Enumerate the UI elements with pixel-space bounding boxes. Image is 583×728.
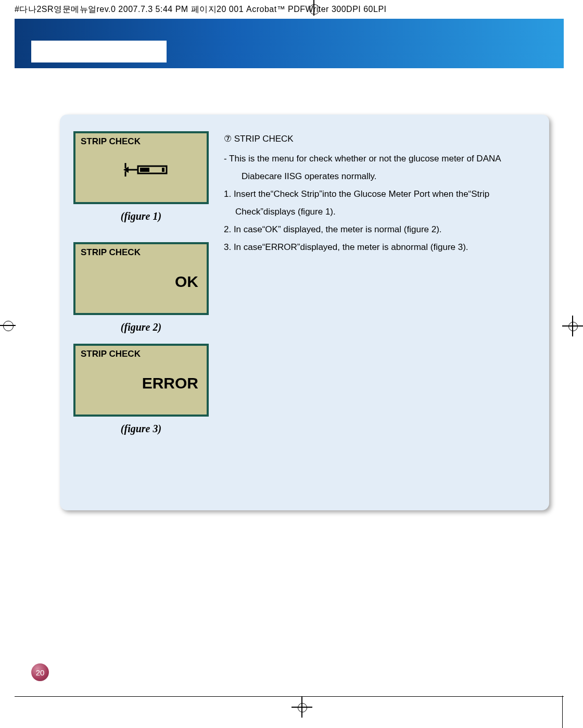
page-number: 20 [31, 663, 49, 681]
strip-icon [122, 162, 169, 178]
figure-1: STRIP CHECK (figure 1) [73, 131, 209, 222]
figure-2-caption: (figure 2) [73, 321, 209, 333]
trim-line-right [562, 696, 563, 728]
svg-rect-2 [162, 168, 164, 172]
lcd-label: STRIP CHECK [81, 247, 141, 258]
instruction-line: Check”displays (figure 1). [224, 203, 536, 221]
instruction-line: 3. In case“ERROR”displayed, the meter is… [224, 239, 536, 256]
trim-line-bottom [15, 696, 564, 697]
svg-rect-1 [140, 168, 149, 172]
instruction-line: 2. In case“OK” displayed, the meter is n… [224, 221, 536, 239]
header-placeholder [31, 41, 167, 62]
crop-mark-right-icon [562, 316, 583, 336]
lcd-value-ok: OK [175, 273, 198, 291]
lcd-label: STRIP CHECK [81, 349, 141, 359]
instruction-line: 1. Insert the“Check Strip”into the Gluco… [224, 185, 536, 203]
lcd-value-error: ERROR [142, 374, 198, 392]
figure-3-caption: (figure 3) [73, 423, 209, 435]
pdf-header: #다나2SR영문메뉴얼rev.0 2007.7.3 5:44 PM 페이지20 … [15, 4, 387, 15]
lcd-screen-2: STRIP CHECK OK [73, 242, 209, 315]
figure-1-caption: (figure 1) [73, 210, 209, 222]
figure-2: STRIP CHECK OK (figure 2) [73, 242, 209, 333]
crop-mark-top-icon [306, 0, 322, 16]
lcd-label: STRIP CHECK [81, 136, 141, 147]
instruction-line: Diabecare IISG operates normally. [224, 168, 536, 185]
figure-3: STRIP CHECK ERROR (figure 3) [73, 344, 209, 435]
content-panel: STRIP CHECK (figure 1) STRIP CHECK OK (f… [60, 115, 549, 510]
instructions-text: ⑦ STRIP CHECK - This is the menu for che… [224, 130, 536, 256]
lcd-screen-3: STRIP CHECK ERROR [73, 344, 209, 417]
section-heading: ⑦ STRIP CHECK [224, 130, 536, 148]
lcd-screen-1: STRIP CHECK [73, 131, 209, 204]
crop-mark-bottom-icon [292, 697, 312, 718]
crop-mark-left-icon [0, 318, 16, 333]
instruction-line: - This is the menu for check whether or … [224, 150, 536, 168]
